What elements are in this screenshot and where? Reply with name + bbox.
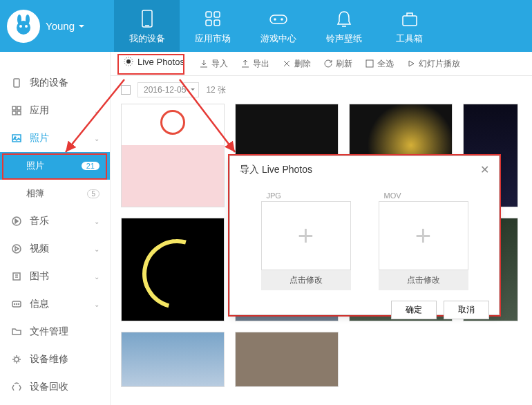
date-dropdown[interactable]: 2016-12-05: [137, 82, 199, 97]
svg-rect-15: [403, 16, 417, 26]
nav-toolbox[interactable]: 工具箱: [377, 0, 442, 52]
svg-point-4: [25, 25, 28, 28]
sidebar-photos[interactable]: 照片 ⌄: [0, 124, 110, 152]
nav-label: 我的设备: [129, 32, 165, 45]
plus-icon: +: [298, 220, 314, 252]
dialog-title-bar: 导入 Live Photos ✕: [230, 156, 499, 183]
svg-rect-18: [366, 60, 373, 67]
photo-thumbnail[interactable]: [121, 332, 225, 387]
svg-point-13: [281, 19, 283, 20]
toolbar-label: 全选: [377, 58, 394, 70]
slideshow-button[interactable]: 幻灯片播放: [406, 58, 460, 70]
close-icon[interactable]: ✕: [480, 163, 489, 176]
toolbar-label: 删除: [294, 58, 311, 70]
delete-button[interactable]: 删除: [282, 58, 311, 70]
sidebar-label: 音乐: [30, 215, 49, 227]
photo-thumbnail[interactable]: [235, 332, 339, 387]
sidebar-label: 信息: [30, 298, 49, 310]
logo-area: Young: [0, 0, 114, 52]
chevron-down-icon: ⌄: [94, 218, 99, 225]
svg-point-32: [15, 304, 15, 305]
photo-count: 12 张: [206, 84, 226, 96]
import-button[interactable]: 导入: [199, 58, 228, 70]
toolbar-label: 刷新: [336, 58, 352, 70]
svg-point-35: [15, 357, 19, 361]
select-all-button[interactable]: 全选: [365, 58, 394, 70]
sidebar-apps[interactable]: 应用 ⌄: [0, 97, 110, 124]
dialog-title: 导入 Live Photos: [240, 164, 312, 176]
svg-rect-28: [13, 273, 20, 280]
sidebar-label: 我的设备: [30, 77, 68, 89]
recycle-icon: [10, 381, 23, 393]
photo-icon: [10, 132, 23, 144]
chevron-down-icon: ⌄: [94, 107, 99, 115]
upload-label: MOV: [379, 190, 468, 201]
book-icon: [10, 270, 23, 283]
photo-thumbnail[interactable]: [121, 104, 225, 207]
badge-count: 21: [82, 162, 99, 170]
svg-point-3: [19, 25, 22, 28]
jpg-modify-button[interactable]: 点击修改: [261, 270, 351, 290]
nav-game-center[interactable]: 游戏中心: [245, 0, 311, 52]
phone-icon: [136, 8, 158, 30]
ok-button[interactable]: 确定: [391, 301, 437, 319]
gamepad-icon: [267, 8, 289, 30]
sidebar-my-device[interactable]: 我的设备: [0, 69, 110, 97]
chevron-down-icon: ⌄: [94, 301, 99, 308]
nav-my-device[interactable]: 我的设备: [114, 0, 180, 52]
username-dropdown[interactable]: Young: [46, 20, 84, 32]
mov-modify-button[interactable]: 点击修改: [379, 270, 468, 290]
sidebar-label: 相簿: [26, 187, 44, 200]
toolbar-label: Live Photos: [137, 57, 184, 67]
sidebar-recycle[interactable]: 设备回收: [0, 373, 110, 401]
sidebar-photos-sub[interactable]: 照片 21: [0, 152, 110, 180]
toolbar-label: 导出: [253, 58, 269, 70]
checkbox-icon: [365, 59, 374, 68]
app-logo-icon: [7, 10, 40, 43]
sidebar-albums[interactable]: 相簿 5: [0, 180, 110, 207]
sidebar: 我的设备 应用 ⌄ 照片 ⌄ 照片 21 相簿 5 音乐 ⌄ 视频 ⌄ 图书 ⌄…: [0, 52, 111, 405]
sidebar-video[interactable]: 视频 ⌄: [0, 235, 110, 263]
import-live-photos-dialog: 导入 Live Photos ✕ JPG + 点击修改 MOV + 点击修改 确…: [229, 156, 500, 315]
sidebar-books[interactable]: 图书 ⌄: [0, 263, 110, 290]
sidebar-repair[interactable]: 设备维修: [0, 346, 110, 373]
mov-upload-area[interactable]: +: [379, 201, 468, 270]
cancel-button[interactable]: 取消: [444, 301, 489, 319]
export-button[interactable]: 导出: [240, 58, 269, 70]
music-icon: [10, 215, 23, 227]
sidebar-files[interactable]: 文件管理: [0, 318, 110, 346]
svg-rect-23: [17, 111, 21, 115]
nav-label: 游戏中心: [260, 32, 296, 45]
apps-icon: [10, 104, 23, 117]
svg-point-16: [126, 59, 131, 64]
sidebar-label: 文件管理: [30, 326, 68, 338]
sidebar-label: 应用: [30, 104, 49, 117]
refresh-button[interactable]: 刷新: [323, 58, 352, 70]
sidebar-messages[interactable]: 信息 ⌄: [0, 290, 110, 318]
sidebar-music[interactable]: 音乐 ⌄: [0, 207, 110, 235]
upload-label: JPG: [261, 190, 351, 201]
toolbox-icon: [399, 8, 421, 30]
top-nav: 我的设备 应用市场 游戏中心 铃声壁纸 工具箱: [114, 0, 532, 52]
toolbar-label: 幻灯片播放: [419, 58, 460, 70]
photo-thumbnail[interactable]: [121, 218, 225, 321]
nav-app-market[interactable]: 应用市场: [180, 0, 245, 52]
export-icon: [240, 59, 250, 68]
bell-icon: [333, 8, 355, 30]
live-photos-button[interactable]: Live Photos: [117, 53, 190, 70]
sidebar-label: 照片: [30, 132, 49, 144]
svg-point-33: [17, 304, 17, 305]
nav-ringtone[interactable]: 铃声壁纸: [311, 0, 377, 52]
svg-rect-5: [142, 10, 152, 27]
play-icon: [406, 59, 416, 68]
nav-label: 应用市场: [195, 32, 231, 45]
jpg-upload-box: JPG + 点击修改: [261, 190, 351, 290]
jpg-upload-area[interactable]: +: [261, 201, 351, 270]
folder-icon: [10, 326, 23, 338]
sidebar-label: 视频: [30, 243, 49, 255]
select-all-checkbox[interactable]: [121, 85, 131, 95]
svg-rect-11: [270, 15, 287, 23]
sidebar-label: 照片: [26, 160, 44, 172]
device-icon: [10, 77, 23, 89]
top-bar: Young 我的设备 应用市场 游戏中心 铃声壁纸 工具箱: [0, 0, 532, 52]
